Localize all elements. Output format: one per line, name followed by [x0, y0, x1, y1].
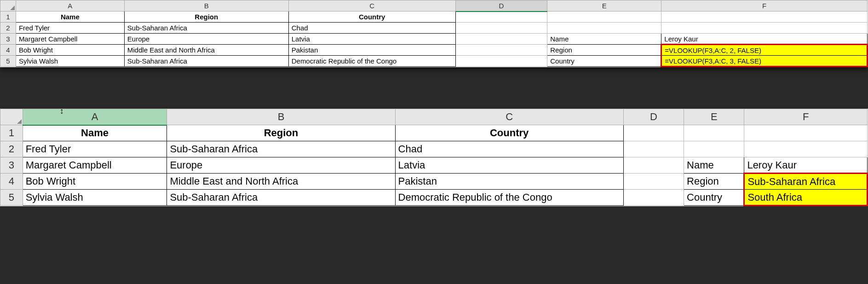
cell-A1[interactable]: Name [16, 12, 124, 23]
select-all-corner[interactable] [0, 109, 23, 125]
cell-F4[interactable]: =VLOOKUP(F3,A:C, 2, FALSE) [661, 45, 868, 56]
cell-D5[interactable] [623, 190, 684, 206]
cell-B5[interactable]: Sub-Saharan Africa [124, 56, 288, 67]
cell-B3[interactable]: Europe [124, 34, 288, 45]
cell-C5[interactable]: Democratic Republic of the Congo [288, 56, 455, 67]
col-header-D[interactable]: D [623, 109, 684, 125]
cell-C5[interactable]: Democratic Republic of the Congo [395, 190, 623, 206]
cell-F2[interactable] [661, 23, 868, 34]
cell-E5[interactable]: Country [684, 190, 744, 206]
cell-C2[interactable]: Chad [395, 141, 623, 157]
cell-C2[interactable]: Chad [288, 23, 455, 34]
row-header-3[interactable]: 3 [0, 34, 16, 45]
col-header-C[interactable]: C [395, 109, 623, 125]
cell-C4[interactable]: Pakistan [288, 45, 455, 56]
cell-F5[interactable]: =VLOOKUP(F3,A:C, 3, FALSE) [661, 56, 868, 67]
col-header-C[interactable]: C [288, 0, 455, 12]
cell-C3[interactable]: Latvia [395, 157, 623, 174]
row-header-1[interactable]: 1 [0, 125, 23, 141]
cell-D2[interactable] [455, 23, 547, 34]
cell-A3[interactable]: Margaret Campbell [16, 34, 124, 45]
cell-E3[interactable]: Name [684, 157, 744, 174]
cell-A5[interactable]: Sylvia Walsh [16, 56, 124, 67]
col-header-D[interactable]: D [455, 0, 547, 12]
cell-D3[interactable] [623, 157, 684, 174]
cell-D3[interactable] [455, 34, 547, 45]
cell-A3[interactable]: Margaret Campbell [23, 157, 167, 174]
cell-C4[interactable]: Pakistan [395, 174, 623, 190]
row-header-4[interactable]: 4 [0, 174, 23, 190]
cell-A1[interactable]: Name [23, 125, 167, 141]
col-header-E[interactable]: E [547, 0, 661, 12]
cell-A4[interactable]: Bob Wright [16, 45, 124, 56]
cell-E1[interactable] [684, 125, 744, 141]
cell-F1[interactable] [661, 12, 868, 23]
cell-E1[interactable] [547, 12, 661, 23]
col-header-F[interactable]: F [661, 0, 868, 12]
cell-F2[interactable] [744, 141, 868, 157]
spreadsheet-1[interactable]: A B C D E F 1 Name Region Country 2 Fred… [0, 0, 868, 67]
row-header-5[interactable]: 5 [0, 190, 23, 206]
cell-F5[interactable]: South Africa [744, 190, 868, 206]
row-header-4[interactable]: 4 [0, 45, 16, 56]
col-header-B[interactable]: B [167, 109, 395, 125]
resize-cursor-icon: ↕ [60, 109, 64, 116]
cell-A5[interactable]: Sylvia Walsh [23, 190, 167, 206]
cell-D1[interactable] [455, 12, 547, 23]
col-header-E[interactable]: E [684, 109, 744, 125]
cell-A2[interactable]: Fred Tyler [23, 141, 167, 157]
spreadsheet-2[interactable]: ↕ A B C D E F 1 Name Region Country 2 Fr… [0, 109, 868, 206]
cell-D4[interactable] [623, 174, 684, 190]
cell-B5[interactable]: Sub-Saharan Africa [167, 190, 395, 206]
cell-D2[interactable] [623, 141, 684, 157]
cell-E4[interactable]: Region [547, 45, 661, 56]
cell-B2[interactable]: Sub-Saharan Africa [167, 141, 395, 157]
cell-F4[interactable]: Sub-Saharan Africa [744, 174, 868, 190]
cell-F1[interactable] [744, 125, 868, 141]
cell-C3[interactable]: Latvia [288, 34, 455, 45]
cell-B3[interactable]: Europe [167, 157, 395, 174]
row-header-3[interactable]: 3 [0, 157, 23, 174]
cell-E5[interactable]: Country [547, 56, 661, 67]
cell-F3[interactable]: Leroy Kaur [661, 34, 868, 45]
cell-D1[interactable] [623, 125, 684, 141]
cell-A4[interactable]: Bob Wright [23, 174, 167, 190]
col-header-A[interactable]: A [16, 0, 124, 12]
col-header-A[interactable]: ↕ A [23, 109, 167, 125]
col-header-label: A [92, 111, 98, 122]
cell-E2[interactable] [547, 23, 661, 34]
cell-C1[interactable]: Country [395, 125, 623, 141]
cell-C1[interactable]: Country [288, 12, 455, 23]
cell-E3[interactable]: Name [547, 34, 661, 45]
cell-B2[interactable]: Sub-Saharan Africa [124, 23, 288, 34]
col-header-F[interactable]: F [744, 109, 868, 125]
row-header-5[interactable]: 5 [0, 56, 16, 67]
cell-D4[interactable] [455, 45, 547, 56]
row-header-1[interactable]: 1 [0, 12, 16, 23]
cell-F3[interactable]: Leroy Kaur [744, 157, 868, 174]
cell-B1[interactable]: Region [167, 125, 395, 141]
cell-D5[interactable] [455, 56, 547, 67]
row-header-2[interactable]: 2 [0, 23, 16, 34]
select-all-corner[interactable] [0, 0, 16, 12]
cell-E2[interactable] [684, 141, 744, 157]
cell-B4[interactable]: Middle East and North Africa [167, 174, 395, 190]
cell-B1[interactable]: Region [124, 12, 288, 23]
cell-A2[interactable]: Fred Tyler [16, 23, 124, 34]
row-header-2[interactable]: 2 [0, 141, 23, 157]
cell-E4[interactable]: Region [684, 174, 744, 190]
col-header-B[interactable]: B [124, 0, 288, 12]
cell-B4[interactable]: Middle East and North Africa [124, 45, 288, 56]
